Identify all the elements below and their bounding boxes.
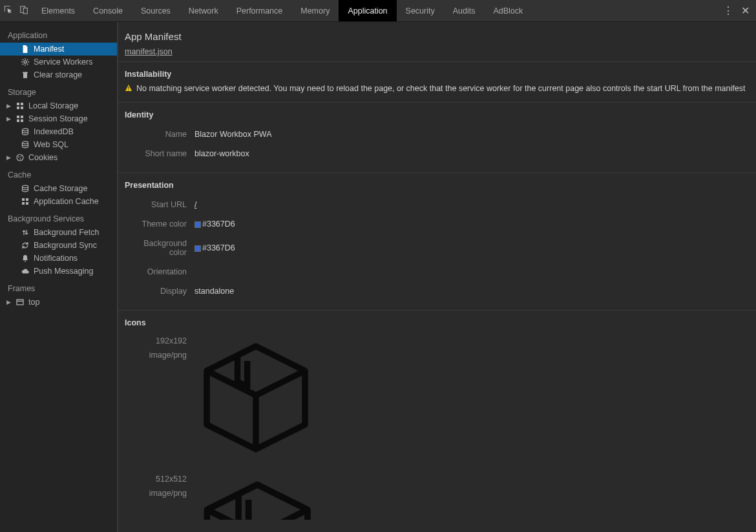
sidebar-section-frames: Frames: [0, 278, 117, 296]
installability-heading: Installability: [125, 70, 750, 79]
background-color-value: #3367D6: [194, 243, 235, 252]
sync-icon: [21, 241, 30, 249]
sidebar-item-web-sql[interactable]: Web SQL: [0, 138, 117, 151]
name-value: Blazor Workbox PWA: [194, 130, 271, 139]
manifest-json-link[interactable]: manifest.json: [125, 47, 173, 56]
sidebar-item-background-fetch[interactable]: Background Fetch: [0, 226, 117, 239]
sidebar-item-clear-storage[interactable]: Clear storage: [0, 68, 117, 81]
start-url-value[interactable]: /: [194, 200, 196, 209]
box-icon: [194, 336, 317, 459]
tab-performance[interactable]: Performance: [227, 0, 292, 21]
sidebar-item-label: Session Storage: [28, 114, 88, 123]
tab-sources[interactable]: Sources: [132, 0, 180, 21]
svg-rect-13: [17, 103, 19, 105]
svg-point-23: [17, 154, 23, 161]
svg-rect-33: [17, 300, 23, 305]
sidebar-item-local-storage[interactable]: ▶Local Storage: [0, 99, 117, 112]
sidebar-item-manifest[interactable]: Manifest: [0, 43, 117, 56]
svg-rect-29: [26, 198, 28, 201]
icon-mime: image/png: [125, 351, 187, 360]
svg-rect-12: [23, 72, 28, 74]
tab-adblock[interactable]: AdBlock: [484, 0, 532, 21]
inspect-icon[interactable]: [4, 5, 13, 16]
icons-heading: Icons: [125, 318, 750, 327]
theme-color-label: Theme color: [125, 220, 194, 229]
short-name-value: blazor-workbox: [194, 149, 249, 158]
close-icon[interactable]: ✕: [741, 5, 750, 17]
presentation-heading: Presentation: [125, 181, 750, 190]
sidebar-item-push-messaging[interactable]: Push Messaging: [0, 265, 117, 278]
sidebar-item-label: Clear storage: [34, 70, 82, 79]
box-icon: [194, 475, 317, 520]
kebab-menu-icon[interactable]: ⋮: [723, 5, 733, 17]
cookie-icon: [16, 154, 25, 161]
sidebar-item-cookies[interactable]: ▶Cookies: [0, 151, 117, 164]
icon-entry: 192x192 image/png: [125, 332, 750, 471]
sidebar-section-cache: Cache: [0, 164, 117, 182]
svg-point-24: [18, 156, 19, 158]
sidebar-item-label: Application Cache: [34, 197, 99, 206]
sidebar-item-top[interactable]: ▶top: [0, 296, 117, 309]
tab-console[interactable]: Console: [84, 0, 132, 21]
display-value: standalone: [194, 287, 234, 296]
svg-line-7: [23, 59, 23, 60]
svg-rect-17: [17, 116, 19, 118]
svg-point-32: [25, 261, 26, 262]
sidebar-item-label: Web SQL: [34, 140, 68, 149]
tab-application[interactable]: Application: [339, 0, 396, 21]
warning-text: No matching service worker detected. You…: [136, 84, 745, 93]
svg-rect-15: [17, 107, 19, 109]
svg-rect-18: [21, 116, 23, 118]
short-name-label: Short name: [125, 149, 194, 158]
sidebar-item-notifications[interactable]: Notifications: [0, 252, 117, 265]
sidebar-item-cache-storage[interactable]: Cache Storage: [0, 182, 117, 195]
grid-icon: [16, 102, 25, 110]
sidebar-section-application: Application: [0, 25, 117, 43]
sidebar-item-application-cache[interactable]: Application Cache: [0, 195, 117, 208]
window-icon: [16, 298, 25, 306]
svg-rect-14: [21, 103, 23, 105]
trash-icon: [21, 71, 30, 79]
grid-icon: [16, 115, 25, 123]
bell-icon: [21, 254, 30, 262]
caret-icon: ▶: [6, 103, 12, 109]
caret-icon: ▶: [6, 154, 12, 161]
svg-line-8: [27, 64, 28, 65]
devtools-tabbar: ElementsConsoleSourcesNetworkPerformance…: [0, 0, 756, 22]
sidebar-item-background-sync[interactable]: Background Sync: [0, 239, 117, 252]
sidebar-item-session-storage[interactable]: ▶Session Storage: [0, 112, 117, 125]
svg-line-9: [27, 59, 28, 60]
theme-color-swatch: [194, 221, 201, 228]
background-color-label: Background color: [125, 239, 194, 257]
sidebar-item-label: Cache Storage: [34, 184, 87, 193]
svg-point-27: [23, 185, 28, 188]
svg-rect-11: [23, 73, 27, 78]
svg-rect-35: [128, 87, 129, 89]
warning-icon: [125, 84, 132, 92]
icon-size: 512x512: [125, 475, 187, 484]
svg-point-21: [23, 128, 28, 131]
db-icon: [21, 185, 30, 192]
sidebar-item-label: Notifications: [34, 254, 78, 263]
icon-size: 192x192: [125, 336, 187, 345]
tab-elements[interactable]: Elements: [32, 0, 84, 21]
svg-rect-19: [17, 119, 19, 122]
file-icon: [21, 45, 30, 53]
device-icon[interactable]: [19, 5, 28, 16]
tab-memory[interactable]: Memory: [291, 0, 339, 21]
manifest-panel: App Manifest manifest.json Installabilit…: [118, 22, 756, 532]
sidebar-item-indexeddb[interactable]: IndexedDB: [0, 125, 117, 138]
svg-rect-1: [23, 8, 27, 14]
svg-rect-28: [22, 198, 25, 201]
gear-icon: [21, 58, 30, 66]
tab-security[interactable]: Security: [397, 0, 444, 21]
sidebar-item-label: Cookies: [28, 153, 58, 162]
svg-rect-31: [26, 202, 28, 205]
svg-rect-20: [21, 119, 23, 122]
svg-point-2: [24, 61, 26, 63]
sidebar-item-service-workers[interactable]: Service Workers: [0, 56, 117, 68]
tab-audits[interactable]: Audits: [444, 0, 485, 21]
tab-network[interactable]: Network: [180, 0, 227, 21]
sidebar-item-label: Push Messaging: [34, 267, 93, 276]
display-label: Display: [125, 287, 194, 296]
